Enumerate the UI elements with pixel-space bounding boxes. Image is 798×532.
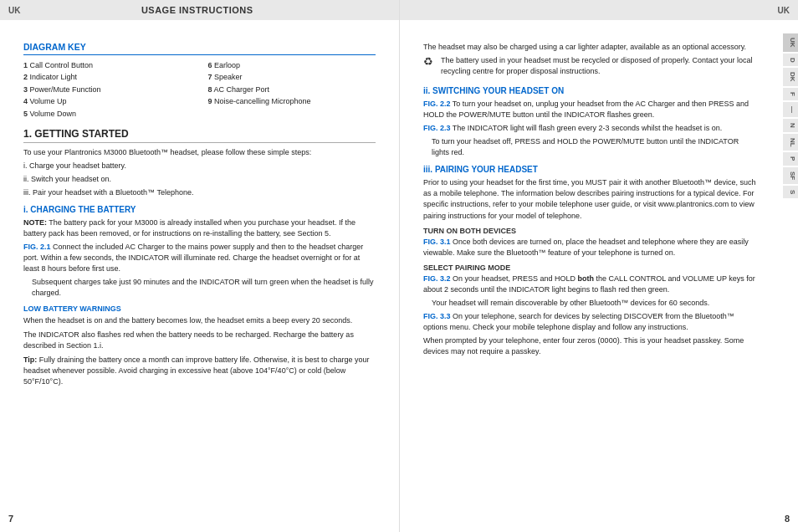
recycle-text: The battery used in your headset must be… <box>441 55 758 77</box>
left-header: UK USAGE INSTRUCTIONS <box>0 0 399 20</box>
left-uk-label: UK <box>8 6 20 15</box>
pairing-intro: Prior to using your headset for the firs… <box>423 177 758 221</box>
diagram-item-3: 3 Power/Mute Function <box>23 84 192 95</box>
left-page: UK USAGE INSTRUCTIONS DIAGRAM KEY 1 Call… <box>0 0 399 532</box>
fig-2-2-ref: FIG. 2.2 <box>423 100 451 108</box>
fig-3-1-ref: FIG. 3.1 <box>423 238 451 246</box>
fig-2-1-indent: Subsequent charges take just 90 minutes … <box>32 277 376 299</box>
side-tabs: UK D DK F — N NL P SF S <box>783 33 798 198</box>
tab-s[interactable]: S <box>783 186 798 198</box>
tab-sf[interactable]: SF <box>783 167 798 184</box>
switching-title: ii. SWITCHING YOUR HEADSET ON <box>423 86 758 95</box>
fig-2-2-line: FIG. 2.2 To turn your headset on, unplug… <box>423 99 758 120</box>
note-text: The battery pack for your M3000 is alrea… <box>23 218 356 238</box>
note-label: NOTE: <box>23 218 47 227</box>
left-header-title: USAGE INSTRUCTIONS <box>141 5 253 15</box>
tab-uk[interactable]: UK <box>783 33 798 52</box>
diagram-key-title: DIAGRAM KEY <box>23 42 376 55</box>
fig-2-3-ref: FIG. 2.3 <box>423 124 451 132</box>
low-battery-text1: When the headset is on and the battery b… <box>23 315 376 326</box>
fig-3-1-text: Once both devices are turned on, place t… <box>423 238 749 257</box>
fig-2-1-ref: FIG. 2.1 <box>23 243 51 251</box>
diagram-item-4: 4 Volume Up <box>23 95 192 107</box>
diagram-item-5: 5 Volume Down <box>23 108 192 120</box>
passkey-text: When prompted by your telephone, enter f… <box>423 335 758 357</box>
fig-3-3-text: On your telephone, search for devices by… <box>423 312 734 331</box>
low-battery-text2: The INDICATOR also flashes red when the … <box>23 330 376 351</box>
charger-text: The headset may also be charged using a … <box>423 42 758 53</box>
getting-started-step1: i. Charge your headset battery. <box>23 161 376 171</box>
getting-started-title: 1. GETTING STARTED <box>23 128 376 143</box>
tab-f[interactable]: F <box>783 88 798 100</box>
fig-3-2-ref: FIG. 3.2 <box>423 274 451 283</box>
tip-text: Tip: Fully draining the battery once a m… <box>23 355 376 387</box>
right-header: UK <box>400 0 798 20</box>
tip-content: Fully draining the battery once a month … <box>23 356 370 386</box>
tab-dk[interactable]: DK <box>783 68 798 86</box>
left-content: DIAGRAM KEY 1 Call Control Button 2 Indi… <box>23 42 376 387</box>
tab-dash[interactable]: — <box>783 102 798 117</box>
fig-2-2-text: To turn your headset on, unplug your hea… <box>423 100 749 119</box>
fig-3-2-indent: Your headset will remain discoverable by… <box>432 298 758 309</box>
charging-note: NOTE: The battery pack for your M3000 is… <box>23 217 376 239</box>
right-uk-label: UK <box>778 6 790 15</box>
turn-on-title: TURN ON BOTH DEVICES <box>423 227 758 235</box>
tip-label: Tip: <box>23 356 39 364</box>
fig-3-2-text: On your headset, PRESS and HOLD both the… <box>423 274 755 294</box>
diagram-item-9: 9 Noise-cancelling Microphone <box>208 95 376 107</box>
diagram-item-2: 2 Indicator Light <box>23 71 192 83</box>
fig-2-3-text: The INDICATOR light will flash green eve… <box>453 124 722 132</box>
tab-n[interactable]: N <box>783 119 798 132</box>
diagram-key-grid: 1 Call Control Button 2 Indicator Light … <box>23 59 376 120</box>
recycle-icon: ♻ <box>423 55 433 68</box>
tab-d[interactable]: D <box>783 54 798 67</box>
tab-nl[interactable]: NL <box>783 134 798 151</box>
getting-started-intro: To use your Plantronics M3000 Bluetooth™… <box>23 147 376 158</box>
diagram-item-8: 8 AC Charger Port <box>208 84 376 95</box>
diagram-items-right: 6 Earloop 7 Speaker 8 AC Charger Port 9 … <box>208 59 376 120</box>
charging-title: i. CHARGING THE BATTERY <box>23 205 376 214</box>
fig-3-3-ref: FIG. 3.3 <box>423 312 451 320</box>
tab-p[interactable]: P <box>783 152 798 165</box>
right-content: The headset may also be charged using a … <box>423 42 775 357</box>
recycle-row: ♻ The battery used in your headset must … <box>423 55 758 79</box>
right-page: UK UK D DK F — N NL P SF S The headset m… <box>399 0 798 532</box>
fig-2-1-line: FIG. 2.1 Connect the included AC Charger… <box>23 242 376 274</box>
right-page-num: 8 <box>785 514 790 524</box>
fig-2-3-line: FIG. 2.3 The INDICATOR light will flash … <box>423 123 758 134</box>
switch-off-text: To turn your headset off, PRESS and HOLD… <box>432 136 758 158</box>
page-spread: UK USAGE INSTRUCTIONS DIAGRAM KEY 1 Call… <box>0 0 798 532</box>
diagram-items-left: 1 Call Control Button 2 Indicator Light … <box>23 59 192 120</box>
fig-3-3-line: FIG. 3.3 On your telephone, search for d… <box>423 311 758 333</box>
diagram-item-6: 6 Earloop <box>208 59 376 71</box>
left-page-num: 7 <box>8 514 13 524</box>
low-battery-title: LOW BATTERY WARNINGS <box>23 304 376 313</box>
pairing-title: iii. PAIRING YOUR HEADSET <box>423 165 758 174</box>
diagram-item-7: 7 Speaker <box>208 71 376 83</box>
select-pairing-title: SELECT PAIRING MODE <box>423 263 758 272</box>
fig-3-1-line: FIG. 3.1 Once both devices are turned on… <box>423 237 758 258</box>
fig-3-2-line: FIG. 3.2 On your headset, PRESS and HOLD… <box>423 274 758 295</box>
diagram-item-1: 1 Call Control Button <box>23 59 192 71</box>
getting-started-step3: iii. Pair your headset with a Bluetooth™… <box>23 187 376 198</box>
fig-2-1-text: Connect the included AC Charger to the m… <box>23 243 363 273</box>
getting-started-step2: ii. Switch your headset on. <box>23 174 376 185</box>
